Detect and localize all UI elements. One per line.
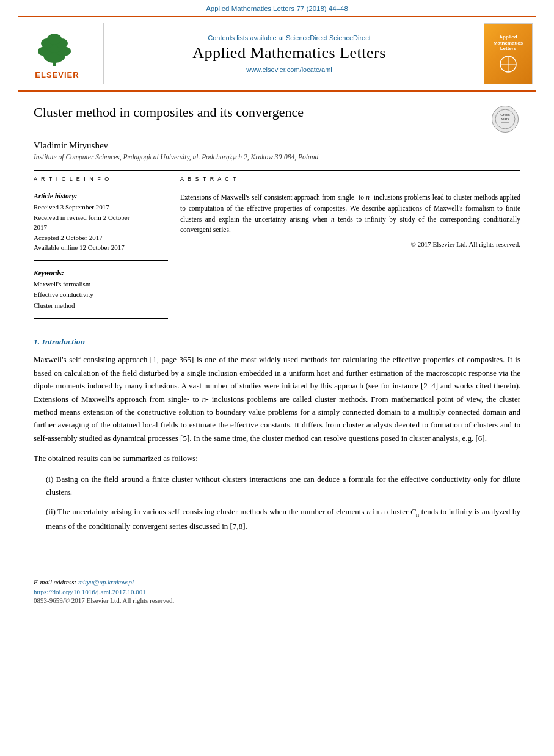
crossmark-badge: Cross Mark (490, 104, 520, 134)
divider-abstract (180, 187, 520, 187)
copyright-notice: © 2017 Elsevier Ltd. All rights reserved… (180, 241, 520, 248)
article-info-label: A R T I C L E I N F O (34, 176, 168, 182)
cover-box: AppliedMathematicsLetters (484, 23, 533, 84)
footer-issn: 0893-9659/© 2017 Elsevier Ltd. All right… (34, 597, 520, 604)
abstract-label: A B S T R A C T (180, 176, 520, 182)
page-container: Applied Mathematics Letters 77 (2018) 44… (0, 0, 554, 604)
divider-info (34, 187, 168, 187)
history-revised: Received in revised form 2 October2017 (34, 213, 168, 233)
email-address[interactable]: mityu@up.krakow.pl (78, 578, 134, 586)
elsevier-logo: ELSEVIER (18, 23, 104, 84)
svg-text:Cross: Cross (500, 113, 510, 117)
contents-available: Contents lists available at ScienceDirec… (208, 34, 371, 42)
journal-citation-text: Applied Mathematics Letters 77 (2018) 44… (206, 5, 348, 12)
journal-title: Applied Mathematics Letters (192, 44, 386, 62)
abstract-column: A B S T R A C T Extensions of Maxwell's … (180, 176, 520, 324)
journal-url[interactable]: www.elsevier.com/locate/aml (246, 66, 332, 73)
cover-title: AppliedMathematicsLetters (494, 34, 523, 52)
journal-header: ELSEVIER Contents lists available at Sci… (18, 16, 536, 92)
abstract-text: Extensions of Maxwell's self-consistent … (180, 192, 520, 236)
divider-keywords (34, 260, 168, 261)
footer-email-line: E-mail address: mityu@up.krakow.pl (34, 578, 520, 586)
email-label: E-mail address: (34, 578, 76, 586)
journal-citation: Applied Mathematics Letters 77 (2018) 44… (0, 0, 554, 16)
crossmark-icon: Cross Mark (492, 106, 519, 133)
divider-keywords-end (34, 318, 168, 319)
sciencedirect-link-text: ScienceDirect (329, 34, 371, 42)
intro-point-i: (i) Basing on the field around a finite … (34, 473, 520, 499)
article-history-label: Article history: (34, 192, 168, 200)
history-received: Received 3 September 2017 (34, 202, 168, 213)
article-content: Cluster method in composites and its con… (0, 92, 554, 551)
intro-paragraph-2: The obtained results can be summarized a… (34, 452, 520, 465)
author-affiliation: Institute of Computer Sciences, Pedagogi… (34, 153, 520, 161)
svg-text:Mark: Mark (501, 117, 509, 121)
keyword-1: Maxwell's formalism (34, 279, 168, 290)
article-info-column: A R T I C L E I N F O Article history: R… (34, 176, 168, 324)
footer-divider (34, 573, 520, 573)
article-title: Cluster method in composites and its con… (34, 104, 490, 122)
journal-cover: AppliedMathematicsLetters (481, 23, 536, 84)
history-online: Available online 12 October 2017 (34, 242, 168, 253)
author-name: Vladimir Mityushev (34, 140, 520, 151)
svg-point-7 (47, 34, 62, 45)
elsevier-wordmark: ELSEVIER (35, 70, 79, 79)
intro-paragraph-1: Maxwell's self-consisting approach [1, p… (34, 353, 520, 445)
history-accepted: Accepted 2 October 2017 (34, 233, 168, 243)
elsevier-tree-logo (24, 28, 91, 68)
keyword-2: Effective conductivity (34, 289, 168, 300)
info-abstract-columns: A R T I C L E I N F O Article history: R… (34, 176, 520, 324)
article-footer: E-mail address: mityu@up.krakow.pl https… (0, 564, 554, 604)
keyword-3: Cluster method (34, 300, 168, 311)
intro-point-ii: (ii) The uncertainty arising in various … (34, 505, 520, 533)
section1-heading: 1. Introduction (34, 337, 520, 347)
footer-doi[interactable]: https://doi.org/10.1016/j.aml.2017.10.00… (34, 588, 520, 595)
divider-1 (34, 170, 520, 171)
sciencedirect-link[interactable]: ScienceDirect (286, 34, 327, 42)
journal-title-area: Contents lists available at ScienceDirec… (104, 23, 475, 84)
keywords-label: Keywords: (34, 269, 168, 277)
